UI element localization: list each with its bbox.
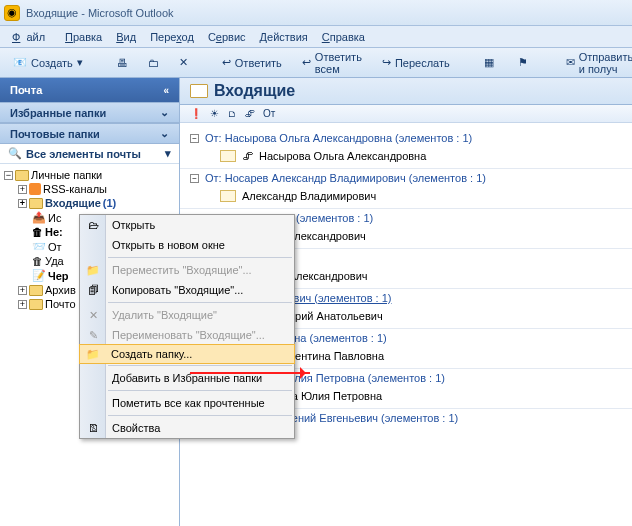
cm-properties[interactable]: 🖻Свойства [80,418,294,438]
col-reminder-icon[interactable]: ☀ [210,108,219,119]
misc-button-2[interactable]: ⚑ [511,53,539,73]
title-bar: ◉ Входящие - Microsoft Outlook [0,0,632,26]
reply-button[interactable]: ↩Ответить [215,53,289,72]
expand-icon[interactable]: + [18,199,27,208]
separator [108,365,292,366]
dropdown-icon[interactable]: ▾ [165,147,171,160]
separator [108,415,292,416]
folder-icon [15,170,29,181]
menu-view[interactable]: Вид [110,29,142,45]
delete-icon: ✕ [85,308,101,322]
col-from[interactable]: От [263,108,275,119]
reply-all-icon: ↩ [302,56,311,69]
copy-icon: 🗐 [85,283,101,297]
delete-icon: ✕ [179,56,188,69]
chevron-left-icon[interactable]: « [163,85,169,96]
menu-actions[interactable]: Действия [254,29,314,45]
chevron-down-icon: ⌄ [160,127,169,140]
sidebar-section-favorites[interactable]: Избранные папки ⌄ [0,102,179,123]
reply-icon: ↩ [222,56,231,69]
flag-icon: ⚑ [518,56,532,70]
forward-icon: ↪ [382,56,391,69]
tree-inbox[interactable]: + Входящие (1) [16,196,177,210]
menu-file[interactable]: Файл [6,29,57,45]
reply-all-button[interactable]: ↩Ответить всем [295,48,369,78]
move-icon: 📁 [85,263,101,277]
menu-edit[interactable]: Правка [59,29,108,45]
menu-go[interactable]: Переход [144,29,200,45]
deleted-icon: 🗑 [32,255,43,267]
cm-copy[interactable]: 🗐Копировать "Входящие"... [80,280,294,300]
page-title: Входящие [214,82,295,100]
cm-add-favorites[interactable]: Добавить в Избранные папки [80,368,294,388]
col-attachment-icon[interactable]: 🖇 [245,108,255,119]
send-receive-icon: ✉ [566,56,575,69]
main-header: Входящие [180,78,632,105]
sidebar-section-mailfolders[interactable]: Почтовые папки ⌄ [0,123,179,144]
window-title: Входящие - Microsoft Outlook [26,7,174,19]
open-icon: 🗁 [85,218,101,232]
menu-bar: Файл Правка Вид Переход Сервис Действия … [0,26,632,48]
collapse-icon[interactable]: − [4,171,13,180]
toolbar: 📧 Создать ▾ 🖶 🗀 ✕ ↩Ответить ↩Ответить вс… [0,48,632,78]
expand-icon[interactable]: + [18,286,27,295]
attachment-icon: 🖇 [242,150,253,162]
cm-mark-all-read[interactable]: Пометить все как прочтенные [80,393,294,413]
folder-icon [29,299,43,310]
tree-rss[interactable]: + RSS-каналы [16,182,177,196]
rss-icon [29,183,41,195]
sidebar-all-mail-items[interactable]: 🔍 Все элементы почты ▾ [0,144,179,164]
folder-icon: 🗀 [148,57,159,69]
envelope-icon [220,190,236,202]
message-group[interactable]: −От: Насырова Ольга Александровна (элеме… [180,129,632,147]
context-menu: 🗁Открыть Открыть в новом окне 📁Перемести… [79,214,295,439]
cm-new-folder[interactable]: 📁Создать папку... [79,344,295,364]
message-group[interactable]: −От: Носарев Александр Владимирович (эле… [180,169,632,187]
dropdown-icon: ▾ [77,56,83,69]
category-icon: ▦ [484,56,498,70]
categorize-button[interactable]: 🗀 [141,54,166,72]
cm-delete: ✕Удалить "Входящие" [80,305,294,325]
inbox-icon [29,198,43,209]
cm-open[interactable]: 🗁Открыть [80,215,294,235]
print-button[interactable]: 🖶 [110,54,135,72]
junk-icon: 🗑 [32,226,43,238]
inbox-icon [190,84,208,98]
expand-icon[interactable]: + [18,300,27,309]
new-folder-icon: 📁 [85,347,101,361]
new-button[interactable]: 📧 Создать ▾ [6,53,90,72]
cm-move: 📁Переместить "Входящие"... [80,260,294,280]
outbox-icon: 📤 [32,211,46,224]
new-mail-icon: 📧 [13,56,27,69]
expand-icon[interactable]: + [18,185,27,194]
tree-personal-folders[interactable]: − Личные папки [2,168,177,182]
message-row[interactable]: Александр Владимирович [180,187,632,209]
folder-icon [29,285,43,296]
message-row[interactable]: 🖇Насырова Ольга Александровна [180,147,632,169]
separator [108,302,292,303]
collapse-icon[interactable]: − [190,174,199,183]
sidebar-header-mail[interactable]: Почта « [0,78,179,102]
properties-icon: 🖻 [85,421,101,435]
outlook-logo-icon: ◉ [4,5,20,21]
collapse-icon[interactable]: − [190,134,199,143]
menu-service[interactable]: Сервис [202,29,252,45]
misc-button-1[interactable]: ▦ [477,53,505,73]
separator [108,390,292,391]
col-importance-icon[interactable]: ❗ [190,108,202,119]
cm-open-new-window[interactable]: Открыть в новом окне [80,235,294,255]
column-headers[interactable]: ❗ ☀ 🗅 🖇 От [180,105,632,123]
cm-rename: ✎Переименовать "Входящие"... [80,325,294,345]
chevron-down-icon: ⌄ [160,106,169,119]
separator [108,257,292,258]
rename-icon: ✎ [85,328,101,342]
forward-button[interactable]: ↪Переслать [375,53,457,72]
col-icon[interactable]: 🗅 [227,108,237,119]
search-icon: 🔍 [8,147,22,160]
drafts-icon: 📝 [32,269,46,282]
print-icon: 🖶 [117,57,128,69]
sent-icon: 📨 [32,240,46,253]
delete-button[interactable]: ✕ [172,53,195,72]
send-receive-button[interactable]: ✉Отправить и получ [559,48,632,78]
menu-help[interactable]: Справка [316,29,371,45]
